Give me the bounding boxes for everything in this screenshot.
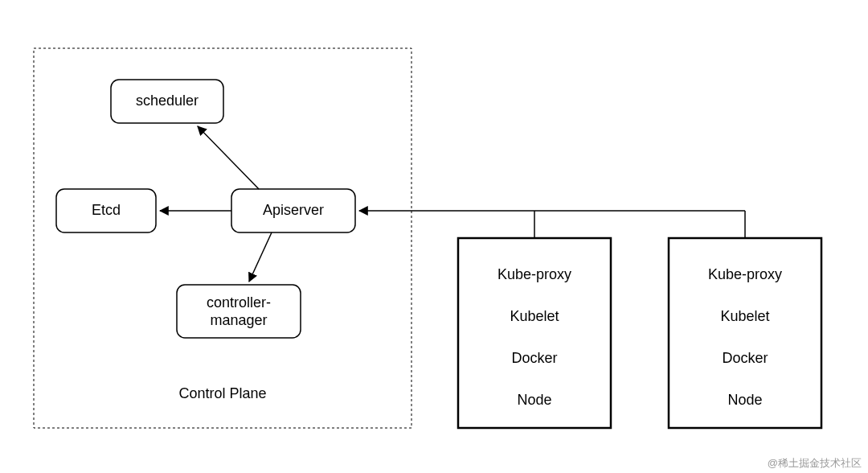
apiserver-label: Apiserver <box>263 202 324 218</box>
arrow-apiserver-scheduler <box>198 126 259 189</box>
control-plane-title: Control Plane <box>178 385 266 401</box>
node1-docker: Docker <box>511 350 557 366</box>
node2-kube-proxy: Kube-proxy <box>708 266 782 282</box>
node1-kube-proxy: Kube-proxy <box>497 266 571 282</box>
scheduler-label: scheduler <box>136 93 199 109</box>
node2-node: Node <box>727 392 762 408</box>
node2-kubelet: Kubelet <box>720 308 769 324</box>
arrow-apiserver-controller <box>249 232 272 282</box>
controller-manager-label-l2: manager <box>210 312 267 328</box>
controller-manager-label-l1: controller- <box>207 294 271 311</box>
watermark: @稀土掘金技术社区 <box>768 457 862 469</box>
node1-node: Node <box>517 392 551 408</box>
etcd-label: Etcd <box>92 202 121 218</box>
node2-docker: Docker <box>722 350 768 366</box>
node1-kubelet: Kubelet <box>510 308 559 324</box>
